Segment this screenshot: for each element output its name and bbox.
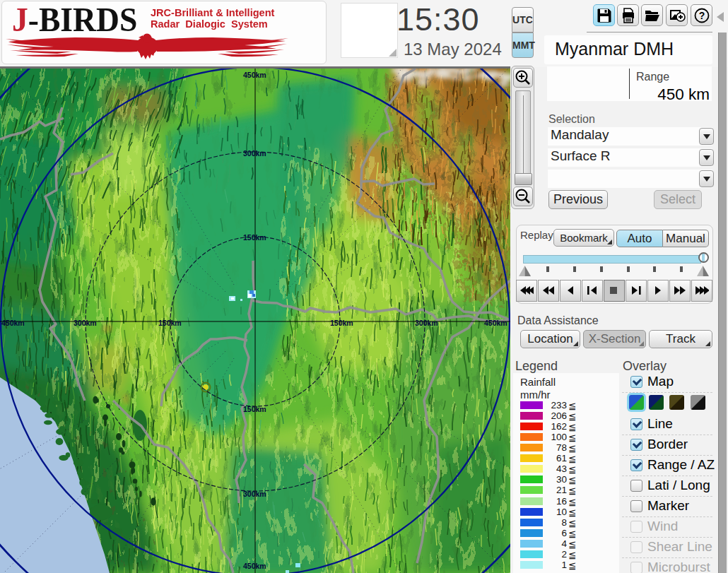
- svg-text:300km: 300km: [243, 149, 266, 158]
- svg-text:150km: 150km: [243, 405, 266, 413]
- svg-text:150km: 150km: [158, 319, 182, 327]
- svg-text:450km: 450km: [484, 319, 507, 327]
- svg-text:300km: 300km: [74, 319, 97, 327]
- svg-text:150km: 150km: [330, 319, 353, 327]
- svg-text:450km: 450km: [1, 319, 25, 327]
- svg-text:?: ?: [699, 10, 705, 21]
- svg-text:300km: 300km: [415, 319, 438, 327]
- svg-text:450km: 450km: [243, 71, 266, 79]
- svg-text:150km: 150km: [243, 233, 266, 242]
- svg-text:300km: 300km: [243, 490, 266, 498]
- svg-text:450km: 450km: [243, 562, 266, 570]
